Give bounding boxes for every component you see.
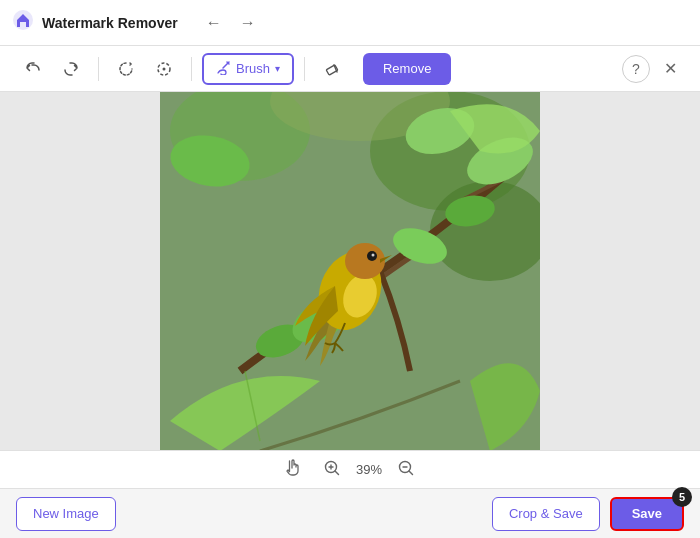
brush-tool-button[interactable]: Brush ▾	[202, 53, 294, 85]
title-bar-left: Watermark Remover ← →	[12, 9, 688, 37]
crop-save-button[interactable]: Crop & Save	[492, 497, 600, 531]
nav-controls: ← →	[200, 9, 262, 37]
image-container: @Myexample	[160, 92, 540, 450]
remove-label: Remove	[383, 61, 431, 76]
remove-button[interactable]: Remove	[363, 53, 451, 85]
hand-icon	[284, 458, 304, 482]
lasso-tool-button[interactable]	[109, 52, 143, 86]
zoom-level: 39%	[356, 462, 382, 477]
status-bar: 39%	[0, 450, 700, 488]
close-button[interactable]: ✕	[656, 55, 684, 83]
help-button[interactable]: ?	[622, 55, 650, 83]
svg-point-19	[345, 243, 385, 279]
hand-tool-button[interactable]	[280, 456, 308, 484]
divider-1	[98, 57, 99, 81]
main-image: @Myexample	[160, 92, 540, 450]
brush-dropdown-icon: ▾	[275, 63, 280, 74]
toolbar: Brush ▾ Remove ? ✕	[0, 46, 700, 92]
brush-label: Brush	[236, 61, 270, 76]
zoom-in-icon	[323, 459, 341, 481]
zoom-out-button[interactable]	[392, 456, 420, 484]
svg-point-2	[163, 67, 166, 70]
title-bar: Watermark Remover ← →	[0, 0, 700, 46]
selection-tool-button[interactable]	[147, 52, 181, 86]
brush-icon	[216, 60, 231, 78]
zoom-out-icon	[397, 459, 415, 481]
zoom-in-button[interactable]	[318, 456, 346, 484]
app-title: Watermark Remover	[42, 15, 178, 31]
svg-line-27	[335, 471, 339, 475]
forward-button[interactable]: →	[234, 9, 262, 37]
divider-3	[304, 57, 305, 81]
divider-2	[191, 57, 192, 81]
help-icon: ?	[632, 61, 640, 77]
save-wrapper: 5 Save	[610, 497, 684, 531]
new-image-button[interactable]: New Image	[16, 497, 116, 531]
window-buttons: ? ✕	[622, 55, 684, 83]
app-icon	[12, 9, 34, 36]
save-label: Save	[632, 506, 662, 521]
undo-button[interactable]	[16, 52, 50, 86]
save-badge: 5	[672, 487, 692, 507]
redo-button[interactable]	[54, 52, 88, 86]
back-button[interactable]: ←	[200, 9, 228, 37]
close-icon: ✕	[664, 59, 677, 78]
svg-point-21	[372, 254, 375, 257]
eraser-tool-button[interactable]	[315, 52, 349, 86]
footer-right: Crop & Save 5 Save	[492, 497, 684, 531]
new-image-label: New Image	[33, 506, 99, 521]
svg-line-30	[409, 471, 413, 475]
footer: New Image Crop & Save 5 Save	[0, 488, 700, 538]
crop-save-label: Crop & Save	[509, 506, 583, 521]
canvas-area[interactable]: @Myexample	[0, 92, 700, 450]
